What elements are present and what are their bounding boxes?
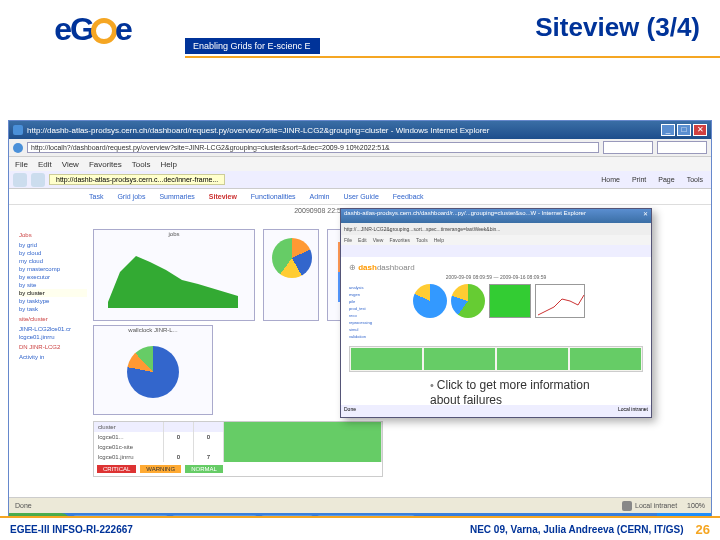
- list-item[interactable]: reprocessing: [349, 319, 409, 326]
- maximize-button[interactable]: □: [677, 124, 691, 136]
- menu-file[interactable]: File: [15, 160, 28, 169]
- tab-gridjobs[interactable]: Grid jobs: [117, 193, 145, 200]
- sidebar-ce[interactable]: lcgce01.jinrru: [19, 333, 87, 341]
- list-item[interactable]: reco: [349, 312, 409, 319]
- menu-bar: File Edit View Favorites Tools Help: [9, 157, 711, 171]
- menu-help[interactable]: Help: [160, 160, 176, 169]
- sidebar-item-selected[interactable]: by cluster: [19, 289, 87, 297]
- area-chart[interactable]: jobs: [93, 229, 255, 321]
- print-button[interactable]: Print: [628, 176, 650, 183]
- legend-warning: WARNING: [140, 465, 181, 473]
- logo-letter: e: [54, 11, 70, 47]
- td-status[interactable]: [224, 432, 382, 442]
- tab-functionalities[interactable]: Functionalities: [251, 193, 296, 200]
- page-number: 26: [696, 522, 710, 537]
- search-box[interactable]: [657, 141, 707, 154]
- td[interactable]: lcgce01...: [94, 432, 164, 442]
- go-button[interactable]: [603, 141, 653, 154]
- menu-help[interactable]: Help: [434, 237, 444, 243]
- sidebar-item[interactable]: by mastercomp: [19, 265, 87, 273]
- popup-toolbar: [341, 245, 651, 257]
- menu-favorites[interactable]: Favorites: [389, 237, 410, 243]
- address-bar-row: http://localh?/dashboard/request.py/over…: [9, 139, 711, 157]
- svg-marker-0: [108, 256, 238, 308]
- annotation-callout: • Click to get more information about fa…: [430, 378, 600, 408]
- area-chart-svg: [108, 252, 238, 308]
- td-status[interactable]: [224, 442, 382, 452]
- popup-bar[interactable]: [489, 284, 531, 318]
- tab-siteview[interactable]: Siteview: [209, 193, 237, 200]
- minimize-button[interactable]: _: [661, 124, 675, 136]
- td: 7: [194, 452, 224, 462]
- list-item[interactable]: prod_test: [349, 305, 409, 312]
- list-item[interactable]: pile: [349, 298, 409, 305]
- sidebar-item[interactable]: by task: [19, 305, 87, 313]
- tab-userguide[interactable]: User Guide: [343, 193, 378, 200]
- popup-close-icon[interactable]: ✕: [643, 210, 648, 222]
- tab-toolbar: http://dashb-atlas-prodsys.cern.c...dec/…: [9, 171, 711, 189]
- menu-favorites[interactable]: Favorites: [89, 160, 122, 169]
- tools-button[interactable]: Tools: [683, 176, 707, 183]
- popup-line[interactable]: [535, 284, 585, 318]
- list-item[interactable]: simul: [349, 326, 409, 333]
- wallclock-pie[interactable]: wallclock JINR-L...: [93, 325, 213, 415]
- close-button[interactable]: ✕: [693, 124, 707, 136]
- td: 0: [194, 432, 224, 442]
- sidebar-item[interactable]: by grid: [19, 241, 87, 249]
- sidebar-site[interactable]: JINR-LCG2lce01.cr: [19, 325, 87, 333]
- sidebar-item[interactable]: by cloud: [19, 249, 87, 257]
- menu-view[interactable]: View: [373, 237, 384, 243]
- td[interactable]: lcgce01.jinrru: [94, 452, 164, 462]
- menu-tools[interactable]: Tools: [416, 237, 428, 243]
- td: 0: [164, 432, 194, 442]
- home-button[interactable]: Home: [597, 176, 624, 183]
- sidebar: Jobs by grid by cloud my cloud by master…: [19, 229, 87, 477]
- browser-tab[interactable]: http://dashb-atlas-prodsys.cern.c...dec/…: [49, 174, 225, 185]
- menu-view[interactable]: View: [62, 160, 79, 169]
- slide-title: Siteview (3/4): [535, 12, 700, 43]
- tab-summaries[interactable]: Summaries: [159, 193, 194, 200]
- back-button[interactable]: [13, 173, 27, 187]
- td-status[interactable]: [224, 452, 382, 462]
- tagline: Enabling Grids for E-scienc E: [185, 38, 320, 54]
- list-item[interactable]: analysis: [349, 284, 409, 291]
- pie-icon: [127, 346, 179, 398]
- window-title: http://dashb-atlas-prodsys.cern.ch/dashb…: [27, 126, 661, 135]
- popup-pie1[interactable]: [413, 284, 447, 318]
- sidebar-item[interactable]: by site: [19, 281, 87, 289]
- address-bar[interactable]: http://localh?/dashboard/request.py/over…: [27, 142, 599, 153]
- th-status: [224, 422, 382, 432]
- globe-icon: [13, 143, 23, 153]
- pie-breakdown[interactable]: [263, 229, 319, 321]
- td: 0: [164, 452, 194, 462]
- zone-icon: [622, 501, 632, 511]
- list-item[interactable]: evgen: [349, 291, 409, 298]
- tab-admin[interactable]: Admin: [310, 193, 330, 200]
- td: [164, 442, 194, 452]
- td[interactable]: lcgce01c-site: [94, 442, 164, 452]
- popup-pie2[interactable]: [451, 284, 485, 318]
- browser-statusbar: Done Local intranet 100%: [9, 497, 711, 513]
- popup-address[interactable]: http://...JINR-LCG2&grouping...sort...sp…: [341, 223, 651, 235]
- menu-tools[interactable]: Tools: [132, 160, 151, 169]
- tab-feedback[interactable]: Feedback: [393, 193, 424, 200]
- page-button[interactable]: Page: [654, 176, 678, 183]
- sidebar-item[interactable]: my cloud: [19, 257, 87, 265]
- sidebar-item[interactable]: by executor: [19, 273, 87, 281]
- ie-icon: [13, 125, 23, 135]
- list-item[interactable]: validation: [349, 333, 409, 340]
- forward-button[interactable]: [31, 173, 45, 187]
- sidebar-hdr-jobs: Jobs: [19, 231, 87, 239]
- zoom-level[interactable]: 100%: [687, 502, 705, 509]
- tab-task[interactable]: Task: [89, 193, 103, 200]
- popup-status-table[interactable]: [349, 346, 643, 372]
- chart-title: jobs: [94, 230, 254, 238]
- logo: eGe: [0, 0, 185, 58]
- menu-edit[interactable]: Edit: [38, 160, 52, 169]
- menu-edit[interactable]: Edit: [358, 237, 367, 243]
- menu-file[interactable]: File: [344, 237, 352, 243]
- chart-title: wallclock JINR-L...: [94, 326, 212, 334]
- logo-ring-icon: [91, 18, 117, 44]
- sidebar-item[interactable]: by tasktype: [19, 297, 87, 305]
- zone-label: Local intranet: [635, 502, 677, 509]
